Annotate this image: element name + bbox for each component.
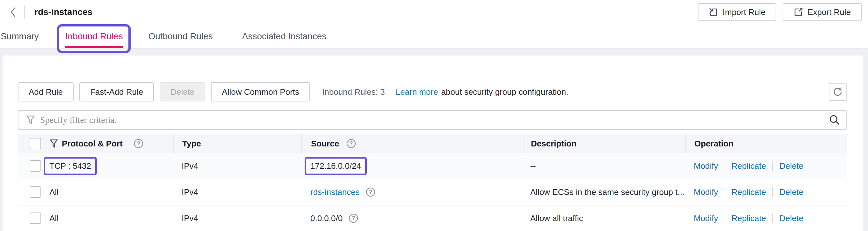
learn-more-link[interactable]: Learn more: [396, 87, 438, 97]
source-row-help-icon[interactable]: ?: [366, 187, 376, 197]
tab-summary[interactable]: Summary: [1, 24, 39, 48]
header-description: Description: [524, 134, 685, 153]
modify-link[interactable]: Modify: [694, 161, 718, 171]
svg-text:?: ?: [352, 215, 355, 222]
description-value: Allow ECSs in the same security group t.…: [530, 187, 684, 197]
description-cell: Allow ECSs in the same security group t.…: [524, 187, 685, 197]
operation-separator: [772, 161, 773, 171]
header-source: Source ?: [301, 134, 524, 153]
filter-bar[interactable]: [18, 110, 847, 130]
source-help-icon[interactable]: ?: [346, 139, 356, 149]
header-source-label: Source: [311, 139, 339, 149]
fast-add-rule-button[interactable]: Fast-Add Rule: [79, 82, 154, 102]
learn-more-suffix: about security group configuration.: [441, 87, 568, 97]
operation-cell: Modify Replicate Delete: [685, 187, 847, 197]
import-rule-button[interactable]: Import Rule: [698, 3, 776, 21]
operation-separator: [772, 187, 773, 197]
protocol-value: TCP : 5432: [50, 161, 91, 171]
svg-text:?: ?: [349, 140, 353, 147]
svg-text:?: ?: [137, 140, 140, 147]
chevron-left-icon: [9, 6, 17, 18]
type-cell: IPv4: [173, 187, 301, 197]
replicate-link[interactable]: Replicate: [732, 187, 766, 197]
tab-associated-instances[interactable]: Associated Instances: [242, 24, 327, 48]
page-header: rds-instances Import Rule Export Rule: [0, 0, 868, 49]
tab-outbound-rules-label: Outbound Rules: [148, 31, 213, 41]
protocol-help-icon[interactable]: ?: [133, 139, 144, 149]
operation-separator: [724, 187, 725, 197]
title-divider: [24, 5, 25, 19]
inbound-rules-panel: Add Rule Fast-Add Rule Delete Allow Comm…: [3, 56, 863, 231]
replicate-link[interactable]: Replicate: [732, 161, 766, 171]
search-icon[interactable]: [829, 114, 840, 126]
protocol-value: All: [50, 213, 59, 223]
type-cell: IPv4: [173, 161, 301, 171]
modify-link[interactable]: Modify: [694, 213, 718, 223]
source-cell: rds-instances ?: [301, 187, 524, 197]
svg-text:?: ?: [369, 189, 372, 195]
table-header-row: Protocol & Port ? Type Source ?: [18, 134, 847, 153]
page-title: rds-instances: [34, 7, 92, 17]
description-value: --: [530, 161, 536, 171]
tab-outbound-rules[interactable]: Outbound Rules: [148, 24, 213, 48]
tabs-row: Summary Inbound Rules Outbound Rules Ass…: [0, 24, 868, 48]
protocol-cell: All: [48, 213, 173, 223]
back-button[interactable]: [9, 6, 17, 18]
replicate-link[interactable]: Replicate: [732, 213, 766, 223]
operation-cell: Modify Replicate Delete: [685, 161, 847, 171]
row-checkbox-cell: [18, 186, 48, 198]
description-cell: --: [524, 161, 685, 171]
export-icon: [794, 7, 803, 17]
protocol-cell: All: [48, 187, 173, 197]
tab-inbound-rules-label: Inbound Rules: [65, 31, 123, 41]
filter-criteria-input[interactable]: [40, 112, 829, 128]
header-description-label: Description: [531, 139, 577, 149]
description-value: Allow all traffic: [530, 213, 583, 223]
header-type-label: Type: [182, 139, 201, 149]
row-checkbox[interactable]: [30, 212, 41, 224]
header-protocol-port-label: Protocol & Port: [62, 139, 123, 149]
allow-common-ports-button[interactable]: Allow Common Ports: [211, 82, 310, 102]
add-rule-button[interactable]: Add Rule: [18, 82, 73, 102]
inbound-rules-table: Protocol & Port ? Type Source ?: [18, 134, 847, 231]
delete-link[interactable]: Delete: [779, 161, 803, 171]
operation-cell: Modify Replicate Delete: [685, 213, 847, 223]
header-type: Type: [173, 134, 301, 153]
title-row: rds-instances Import Rule Export Rule: [0, 0, 868, 24]
export-rule-label: Export Rule: [807, 7, 851, 17]
source-value: 172.16.0.0/24: [310, 161, 361, 171]
select-all-checkbox[interactable]: [30, 138, 41, 149]
row-checkbox[interactable]: [30, 186, 41, 198]
source-security-group-link[interactable]: rds-instances: [310, 187, 360, 197]
import-icon: [709, 7, 718, 17]
protocol-cell: TCP : 5432: [48, 161, 173, 171]
annotation-box-source: 172.16.0.0/24: [305, 157, 367, 175]
delete-link[interactable]: Delete: [779, 213, 803, 223]
modify-link[interactable]: Modify: [694, 187, 718, 197]
operation-separator: [724, 161, 725, 171]
export-rule-button[interactable]: Export Rule: [783, 3, 862, 21]
import-rule-label: Import Rule: [723, 7, 765, 17]
table-row: All IPv4 0.0.0.0/0 ? Allow all traffic M…: [18, 205, 847, 231]
source-cell: 172.16.0.0/24: [301, 161, 524, 171]
tab-associated-instances-label: Associated Instances: [242, 31, 327, 41]
annotation-box-protocol: TCP : 5432: [44, 157, 97, 175]
delete-button[interactable]: Delete: [160, 82, 205, 102]
type-value: IPv4: [182, 187, 198, 197]
toolbar: Add Rule Fast-Add Rule Delete Allow Comm…: [18, 82, 847, 102]
row-checkbox-cell: [18, 160, 48, 172]
tab-inbound-rules[interactable]: Inbound Rules: [65, 24, 123, 48]
row-checkbox-cell: [18, 212, 48, 224]
refresh-icon: [832, 86, 843, 97]
refresh-button[interactable]: [829, 83, 847, 101]
table-row: All IPv4 rds-instances ? Allow ECSs in t…: [18, 179, 847, 205]
header-operation-label: Operation: [694, 139, 734, 149]
inbound-rules-count: Inbound Rules: 3: [322, 87, 385, 97]
protocol-value: All: [50, 187, 59, 197]
source-value: 0.0.0.0/0: [310, 213, 343, 223]
source-row-help-icon[interactable]: ?: [348, 213, 359, 223]
source-cell: 0.0.0.0/0 ?: [301, 213, 524, 223]
delete-link[interactable]: Delete: [779, 187, 803, 197]
row-checkbox[interactable]: [30, 160, 41, 172]
column-filter-icon[interactable]: [50, 139, 58, 148]
